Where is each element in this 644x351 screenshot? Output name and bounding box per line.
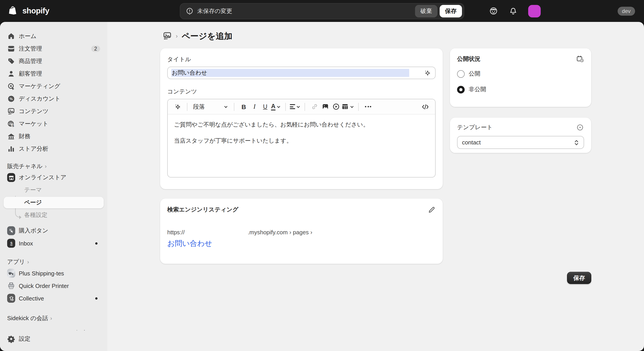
radio-unselected[interactable]: [457, 70, 465, 78]
shopify-logo[interactable]: shopify: [8, 5, 49, 16]
sidebar-item-settings[interactable]: 設定: [4, 333, 104, 345]
link-button[interactable]: [309, 101, 320, 112]
radio-selected[interactable]: [457, 86, 465, 93]
inbox-notification-dot: [95, 242, 98, 244]
svg-text:$: $: [12, 124, 14, 128]
sidebar-item-finance[interactable]: 財務: [4, 130, 104, 142]
visibility-card-title: 公開状況: [457, 55, 480, 63]
view-eye-icon[interactable]: [576, 124, 584, 132]
breadcrumb-chevron: ›: [176, 32, 178, 39]
save-button-bottom[interactable]: 保存: [567, 272, 591, 284]
editor-paragraph: ご質問やご不明な点がございましたら、お気軽にお問い合わせください。: [174, 120, 429, 129]
admin-canvas: ホーム 注文管理 2 商品管理 顧客管理 マーケティング: [0, 22, 644, 351]
show-html-button[interactable]: [420, 101, 431, 112]
orders-count-badge: 2: [91, 46, 100, 52]
toolbar-separator: [358, 102, 359, 111]
template-card-title: テンプレート: [457, 124, 492, 132]
title-label: タイトル: [167, 56, 436, 64]
sidebar-item-buy-button[interactable]: 購入ボタン: [4, 225, 104, 236]
discard-button[interactable]: 破棄: [415, 5, 438, 18]
ai-sparkle-icon[interactable]: [172, 101, 183, 112]
sidebar-item-online-store[interactable]: オンラインストア: [4, 172, 104, 183]
sidebar-navigation: ホーム 注文管理 2 商品管理 顧客管理 マーケティング: [0, 22, 107, 351]
sidebar-item-discounts[interactable]: % ディスカウント: [4, 93, 104, 105]
settings-column: 公開状況 公開 非公開: [450, 48, 591, 264]
svg-text:%: %: [10, 97, 13, 101]
chevron-down-icon: [212, 104, 228, 109]
seo-url-preview: https:// .myshopify.com › pages ›: [167, 229, 436, 236]
bar-chart-icon: [7, 145, 15, 153]
insert-video-button[interactable]: [330, 101, 341, 112]
insert-image-button[interactable]: [320, 101, 330, 112]
ai-sparkle-icon[interactable]: [424, 69, 431, 77]
save-button-topbar[interactable]: 保存: [440, 5, 462, 18]
sidebar-item-analytics[interactable]: ストア分析: [4, 143, 104, 155]
topbar-right: dev: [488, 5, 636, 17]
sidebar-item-customers[interactable]: 顧客管理: [4, 68, 104, 80]
title-input[interactable]: お問い合わせ: [167, 66, 436, 79]
paragraph-style-dropdown[interactable]: 段落: [192, 101, 230, 112]
visibility-option-public[interactable]: 公開: [457, 69, 584, 79]
page-form-card: タイトル お問い合わせ コンテンツ: [160, 48, 443, 189]
rich-text-editor: 段落 B I U A: [167, 99, 436, 178]
tag-icon: [7, 57, 15, 65]
notifications-bell-icon[interactable]: [508, 6, 518, 16]
account-avatar[interactable]: [528, 5, 540, 17]
sidebar-item-marketing[interactable]: マーケティング: [4, 80, 104, 92]
template-select[interactable]: contact: [457, 136, 584, 149]
pages-breadcrumb-icon[interactable]: [163, 31, 172, 40]
editor-toolbar: 段落 B I U A: [168, 99, 435, 114]
underline-button[interactable]: U: [260, 101, 270, 112]
sidebar-item-themes[interactable]: テーマ: [4, 184, 104, 196]
bold-button[interactable]: B: [238, 101, 249, 112]
more-options-icon: [365, 106, 371, 107]
editor-paragraph: 当店スタッフが丁寧にサポートいたします。: [174, 136, 429, 145]
text-color-dropdown[interactable]: A: [270, 101, 281, 112]
sidebar-item-orders[interactable]: 注文管理 2: [4, 43, 104, 54]
chevron-right-icon: ›: [50, 315, 52, 322]
toolbar-separator: [304, 102, 305, 111]
toolbar-separator: [285, 102, 286, 111]
sidebar-item-app-collective[interactable]: Collective: [4, 292, 104, 304]
apps-header[interactable]: アプリ›: [4, 258, 104, 266]
sidebar-item-pages[interactable]: ページ: [4, 197, 104, 208]
sidebar-item-app-quick-order-printer[interactable]: Quick Order Printer: [4, 280, 104, 292]
sidebar-item-store-settings[interactable]: 各種設定: [4, 209, 104, 221]
buy-button-icon: [7, 227, 15, 235]
inbox-icon: S: [7, 239, 15, 247]
sidebar-item-home[interactable]: ホーム: [4, 30, 104, 42]
main-content: › ページを追加 タイトル お問い合わせ: [107, 22, 644, 351]
sidebar-item-markets[interactable]: $ マーケット: [4, 118, 104, 130]
editor-content[interactable]: ご質問やご不明な点がございましたら、お気軽にお問い合わせください。 当店スタッフ…: [168, 114, 435, 158]
seo-card-title: 検索エンジンリスティング: [167, 206, 238, 214]
sidekick-conversations-header[interactable]: Sidekick の会話›: [4, 314, 104, 323]
sidebar-nav: ホーム 注文管理 2 商品管理 顧客管理 マーケティング: [0, 22, 107, 334]
svg-text:S: S: [10, 241, 12, 244]
more-options-button[interactable]: [363, 101, 374, 112]
edit-pencil-icon[interactable]: [428, 206, 436, 213]
collective-app-icon: [7, 294, 15, 302]
chevron-right-icon: ›: [27, 259, 29, 265]
seo-page-link[interactable]: お問い合わせ: [167, 239, 436, 248]
globe-dollar-icon: $: [7, 120, 15, 128]
sales-channels-header[interactable]: 販売チャネル›: [4, 162, 104, 171]
shopify-wordmark: shopify: [22, 6, 49, 16]
sidebar-item-app-plus-shipping[interactable]: Plus Shipping-tes: [4, 268, 104, 279]
toolbar-separator: [234, 102, 234, 111]
visibility-option-hidden[interactable]: 非公開: [457, 84, 584, 94]
plus-shipping-app-icon: [7, 269, 15, 277]
topbar: shopify 未保存の変更 破棄 保存 dev: [0, 0, 644, 22]
sidekick-assistant-icon[interactable]: [488, 6, 498, 16]
sidebar-item-inbox[interactable]: S Inbox: [4, 238, 104, 249]
italic-button[interactable]: I: [249, 101, 260, 112]
shopify-admin: shopify 未保存の変更 破棄 保存 dev: [0, 0, 644, 351]
environment-badge: dev: [618, 6, 635, 16]
alignment-dropdown[interactable]: [290, 101, 300, 112]
title-value: お問い合わせ: [168, 67, 435, 79]
calendar-clock-icon[interactable]: [576, 55, 584, 63]
sidebar-item-content[interactable]: コンテンツ: [4, 106, 104, 117]
sidebar-item-products[interactable]: 商品管理: [4, 56, 104, 67]
page-title: ページを追加: [182, 30, 232, 41]
select-chevrons-icon: [574, 139, 579, 146]
insert-table-dropdown[interactable]: [341, 101, 354, 112]
